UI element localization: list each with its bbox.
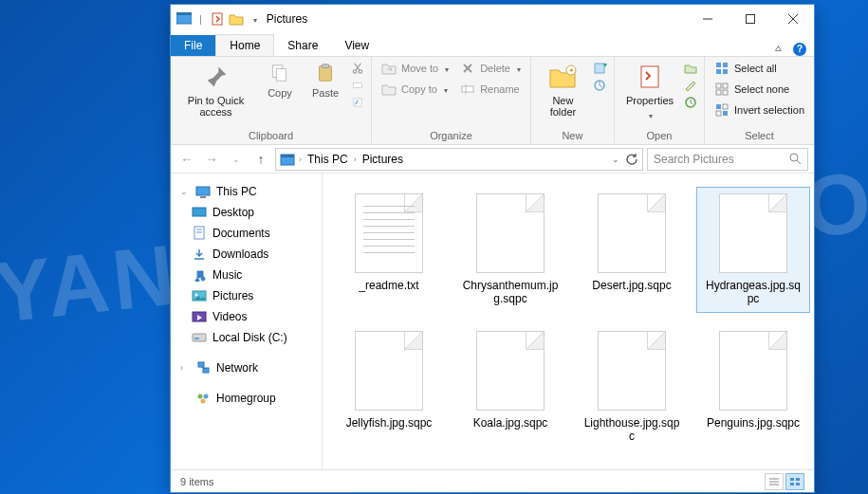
copy-button[interactable]: Copy (259, 59, 301, 101)
sidebar-item-downloads[interactable]: Downloads (175, 244, 318, 265)
nav-back-button[interactable]: ← (176, 149, 197, 170)
svg-rect-42 (196, 187, 210, 195)
svg-rect-8 (276, 68, 286, 81)
sidebar-item-this-pc[interactable]: ⌄ This PC (175, 181, 318, 202)
file-item[interactable]: Hydrangeas.jpg.sqpc (696, 187, 810, 313)
svg-rect-28 (716, 69, 721, 74)
file-area[interactable]: _readme.txtChrysanthemum.jpg.sqpcDesert.… (323, 174, 814, 469)
search-icon (789, 153, 802, 165)
tab-file[interactable]: File (171, 35, 215, 56)
folder-qat-icon[interactable] (229, 11, 244, 27)
nav-up-button[interactable]: ↑ (250, 149, 271, 170)
view-details-button[interactable] (765, 473, 784, 490)
address-folder-icon (280, 152, 295, 167)
sidebar-item-documents[interactable]: Documents (175, 223, 318, 244)
tab-share[interactable]: Share (274, 35, 331, 56)
sidebar-item-local-disk[interactable]: Local Disk (C:) (175, 327, 318, 348)
delete-button[interactable]: Delete (456, 59, 525, 78)
search-input[interactable]: Search Pictures (647, 148, 808, 171)
file-item[interactable]: Chrysanthemum.jpg.sqpc (453, 187, 567, 313)
breadcrumb-pictures[interactable]: Pictures (360, 153, 405, 166)
nav-recent-dropdown[interactable]: ⌄ (226, 149, 247, 170)
svg-rect-43 (200, 196, 206, 198)
sidebar-label: Music (212, 268, 242, 282)
network-icon (195, 360, 211, 375)
qat-dropdown-icon[interactable] (251, 13, 257, 25)
crumb-sep-icon[interactable]: › (299, 155, 302, 164)
svg-rect-31 (723, 83, 728, 88)
properties-qat-icon[interactable] (210, 11, 225, 27)
qat: | (176, 11, 261, 27)
sidebar-item-network[interactable]: › Network (175, 357, 318, 378)
move-to-button[interactable]: Move to (378, 59, 452, 78)
new-folder-button[interactable]: ✦ New folder (537, 59, 589, 120)
help-icon[interactable]: ? (793, 43, 806, 56)
qat-sep: | (199, 13, 202, 25)
tab-view[interactable]: View (331, 35, 382, 56)
rename-button[interactable]: Rename (456, 80, 525, 99)
copy-to-button[interactable]: Copy to (378, 80, 452, 99)
chevron-down-icon[interactable]: ⌄ (180, 187, 190, 196)
file-item[interactable]: Desert.jpg.sqpc (575, 187, 689, 313)
crumb-sep-icon[interactable]: › (354, 155, 357, 164)
select-all-button[interactable]: Select all (711, 59, 808, 78)
invert-selection-button[interactable]: Invert selection (711, 101, 808, 119)
new-item-icon[interactable]: ▾ (593, 61, 608, 76)
music-icon (192, 267, 207, 283)
sidebar-item-pictures[interactable]: Pictures (175, 285, 318, 306)
sidebar-item-homegroup[interactable]: Homegroup (175, 388, 318, 409)
edit-icon[interactable] (683, 78, 698, 93)
easy-access-icon[interactable] (593, 78, 608, 93)
documents-icon (192, 226, 207, 241)
file-thumbnail (598, 331, 666, 411)
file-thumbnail (355, 331, 423, 411)
svg-rect-39 (281, 155, 294, 157)
sidebar-item-videos[interactable]: Videos (175, 306, 318, 327)
close-button[interactable] (771, 5, 814, 33)
address-dropdown-icon[interactable]: ⌄ (612, 155, 619, 164)
file-thumbnail (598, 193, 666, 273)
paste-shortcut-icon[interactable] (350, 95, 365, 110)
nav-forward-button[interactable]: → (201, 149, 222, 170)
file-item[interactable]: _readme.txt (332, 187, 446, 313)
sidebar-label: Videos (212, 310, 247, 323)
breadcrumb-this-pc[interactable]: This PC (305, 153, 350, 166)
svg-point-57 (198, 394, 203, 399)
copy-path-icon[interactable] (350, 78, 365, 93)
pin-quick-access-button[interactable]: Pin to Quick access (176, 59, 255, 120)
ribbon-group-clipboard: Pin to Quick access Copy Paste Clipboard (171, 57, 372, 144)
open-icon[interactable] (683, 61, 698, 76)
file-thumbnail (719, 331, 787, 411)
chevron-right-icon[interactable]: › (180, 363, 190, 373)
file-item[interactable]: Koala.jpg.sqpc (453, 324, 567, 450)
copy-to-icon (381, 82, 397, 97)
view-icons-button[interactable] (785, 473, 804, 490)
properties-label: Properties (626, 95, 674, 106)
properties-dropdown[interactable] (647, 109, 653, 121)
refresh-icon[interactable] (625, 153, 638, 166)
svg-rect-53 (194, 338, 199, 339)
address-box[interactable]: › This PC › Pictures ⌄ (275, 148, 643, 171)
file-item[interactable]: Penguins.jpg.sqpc (696, 324, 810, 450)
svg-rect-33 (723, 90, 728, 95)
select-all-label: Select all (734, 63, 777, 74)
collapse-ribbon-icon[interactable]: ㅿ (773, 42, 784, 56)
history-icon[interactable] (683, 95, 698, 110)
file-item[interactable]: Lighthouse.jpg.sqpc (575, 324, 689, 450)
search-placeholder: Search Pictures (654, 153, 734, 166)
copy-icon (268, 62, 291, 84)
select-none-icon (714, 82, 729, 97)
select-none-button[interactable]: Select none (711, 80, 808, 99)
minimize-button[interactable] (686, 5, 729, 33)
ribbon-tabs: File Home Share View ㅿ ? (171, 33, 814, 56)
maximize-button[interactable] (729, 5, 771, 33)
svg-rect-26 (716, 63, 721, 67)
cut-icon[interactable] (350, 61, 365, 76)
properties-button[interactable]: Properties (620, 59, 679, 124)
paste-button[interactable]: Paste (305, 59, 346, 101)
tab-home[interactable]: Home (215, 34, 274, 56)
file-item[interactable]: Jellyfish.jpg.sqpc (332, 324, 446, 450)
sidebar-item-music[interactable]: Music (175, 265, 318, 285)
window-title: Pictures (267, 12, 307, 26)
sidebar-item-desktop[interactable]: Desktop (175, 202, 318, 223)
